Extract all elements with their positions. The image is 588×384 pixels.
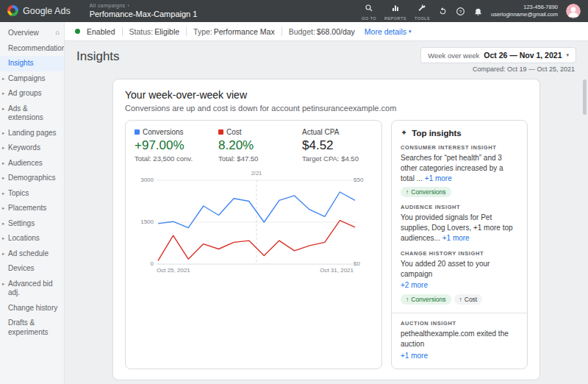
sidebar-item-label: Demographics xyxy=(8,174,61,183)
enabled-status[interactable]: Enabled xyxy=(87,27,115,36)
page-header: Insights Week over week Oct 26 — Nov 1, … xyxy=(65,41,588,74)
sidebar-item-demographics[interactable]: ▸Demographics xyxy=(0,171,64,186)
sidebar-item-ad-schedule[interactable]: ▸Ad schedule xyxy=(0,246,64,262)
arrow-up-icon: ↑ xyxy=(406,296,409,303)
type-value: Performance Max xyxy=(214,27,275,36)
account-info[interactable]: 123-456-7890 userloginname@gmail.com xyxy=(491,4,558,18)
budget-label: Budget: xyxy=(289,27,315,36)
y-axis-tick: 3000 xyxy=(136,177,154,183)
sidebar-item-advanced-bid-adj[interactable]: ▸Advanced bid adj. xyxy=(0,277,64,301)
chevron-right-icon: ▸ xyxy=(2,129,8,136)
sidebar-item-settings[interactable]: ▸Settings xyxy=(0,216,64,232)
metric-actual-cpa: Actual CPA$4.52Target CPA: $4.50 xyxy=(302,128,365,163)
sidebar-item-label: Locations xyxy=(8,234,61,243)
sidebar-item-label: Audiences xyxy=(8,159,61,168)
caret-spacer xyxy=(2,44,8,46)
reports-button[interactable]: REPORTS xyxy=(384,2,406,21)
campaign-status-bar: Enabled Status:Eligible Type:Performance… xyxy=(65,22,588,41)
insight-label: AUDIENCE INSIGHT xyxy=(401,204,518,210)
metric-chip-conversions[interactable]: ↑Conversions xyxy=(401,294,451,305)
sidebar-item-label: Devices xyxy=(8,264,61,274)
legend-swatch xyxy=(218,129,223,135)
metric-chip-cost[interactable]: ↑Cost xyxy=(454,294,483,305)
metric-header: Conversions xyxy=(135,128,198,136)
insight-text-body: pethealthexample.com exited the auction xyxy=(401,330,509,348)
sidebar-item-keywords[interactable]: ▸Keywords xyxy=(0,141,64,156)
goto-search-button[interactable]: GO TO xyxy=(362,2,376,21)
sidebar-item-drafts-experiments[interactable]: Drafts & experiments xyxy=(0,316,64,340)
date-range-selector[interactable]: Week over week Oct 26 — Nov 1, 2021 ▾ xyxy=(420,47,576,63)
help-button[interactable]: ? xyxy=(456,7,465,16)
metric-name: Cost xyxy=(226,128,242,136)
more-details-link[interactable]: More details ▾ xyxy=(365,27,412,36)
top-insights-title: Top insights xyxy=(412,129,462,138)
chevron-right-icon: ▸ xyxy=(2,159,8,166)
metric-value: +97.00% xyxy=(135,138,198,153)
sidebar-item-label: Ads & extensions xyxy=(8,104,61,123)
insight-chips: ↑Conversions xyxy=(401,187,518,197)
sidebar-item-placements[interactable]: ▸Placements xyxy=(0,201,64,216)
range-value: Oct 26 — Nov 1, 2021 xyxy=(484,51,562,60)
chart-divider-label: 2/21 xyxy=(157,170,356,177)
insight-section-change-history-insight: CHANGE HISTORY INSIGHTYou added 20 asset… xyxy=(401,250,518,305)
more-link[interactable]: +1 more xyxy=(401,351,518,361)
caret-down-icon: ▾ xyxy=(566,52,569,58)
date-range-area: Week over week Oct 26 — Nov 1, 2021 ▾ Co… xyxy=(420,47,576,73)
campaign-breadcrumb[interactable]: All campaigns › Perfomance-Max-Campaign … xyxy=(90,3,198,19)
tools-button[interactable]: TOOLS xyxy=(415,2,430,21)
sidebar-item-label: Topics xyxy=(8,189,61,199)
insight-label: AUCTION INSIGHT xyxy=(401,320,518,327)
sidebar-item-topics[interactable]: ▸Topics xyxy=(0,186,64,202)
refresh-button[interactable] xyxy=(438,7,448,16)
metrics-row: Conversions+97.00%Total: 23,500 conv.Cos… xyxy=(135,128,373,163)
sidebar-item-overview[interactable]: Overview⌂ xyxy=(0,26,64,41)
sidebar-item-campaigns[interactable]: ▸Campaigns xyxy=(0,71,64,87)
status-label: Status: xyxy=(129,27,154,36)
wrench-icon xyxy=(417,2,426,15)
scrollbar-thumb[interactable] xyxy=(583,79,587,115)
sidebar-item-change-history[interactable]: Change history xyxy=(0,301,64,316)
insight-text: Searches for “pet health” and 3 other ca… xyxy=(401,153,518,183)
sidebar-item-devices[interactable]: Devices xyxy=(0,261,64,277)
caret-spacer xyxy=(2,319,8,320)
sidebar-item-label: Campaigns xyxy=(8,74,61,84)
sidebar-item-label: Drafts & experiments xyxy=(8,319,61,337)
metric-conversions: Conversions+97.00%Total: 23,500 conv. xyxy=(135,128,198,163)
sidebar-item-ad-groups[interactable]: ▸Ad groups xyxy=(0,86,64,102)
sidebar-item-label: Ad groups xyxy=(8,89,61,99)
y-axis-tick: 1500 xyxy=(136,218,154,225)
sidebar-item-landing-pages[interactable]: ▸Landing pages xyxy=(0,126,64,141)
type-label: Type: xyxy=(193,27,212,36)
insight-text: You provided signals for Pet supplies, D… xyxy=(401,213,518,243)
svg-text:?: ? xyxy=(459,9,462,13)
type-field: Type:Performance Max xyxy=(193,27,275,36)
insight-section-consumer-interest-insight: CONSUMER INTEREST INSIGHTSearches for “p… xyxy=(401,144,518,197)
sidebar-item-audiences[interactable]: ▸Audiences xyxy=(0,156,64,171)
product-name: Google Ads xyxy=(23,6,71,16)
x-axis-label-start: Oct 25, 2021 xyxy=(157,267,190,274)
sidebar-item-ads-extensions[interactable]: ▸Ads & extensions xyxy=(0,102,64,126)
sidebar-item-insights[interactable]: Insights xyxy=(0,56,64,71)
metric-chip-conversions[interactable]: ↑Conversions xyxy=(401,187,451,197)
divider xyxy=(282,27,282,36)
chevron-right-icon: ▸ xyxy=(2,104,8,112)
reports-icon xyxy=(391,2,400,15)
topbar-right: GO TO REPORTS TOOLS ? 123-456-7890 userl… xyxy=(362,2,581,21)
top-insights-sections: CONSUMER INTEREST INSIGHTSearches for “p… xyxy=(401,144,518,361)
sidebar-item-locations[interactable]: ▸Locations xyxy=(0,231,64,246)
breadcrumb-all-campaigns[interactable]: All campaigns xyxy=(90,3,126,9)
app-shell: Overview⌂RecommendationsInsights▸Campaig… xyxy=(0,22,588,384)
insight-chips: ↑Conversions↑Cost xyxy=(401,294,518,305)
more-link[interactable]: +1 more xyxy=(442,234,470,242)
avatar[interactable] xyxy=(566,4,581,18)
arrow-up-icon: ↑ xyxy=(406,188,409,196)
sidebar-item-recommendations[interactable]: Recommendations xyxy=(0,41,64,57)
metric-cost: Cost8.20%Total: $47.50 xyxy=(218,128,282,163)
caret-spacer xyxy=(2,29,8,30)
more-link[interactable]: +2 more xyxy=(401,280,518,291)
chip-label: Conversions xyxy=(411,296,445,303)
caret-spacer xyxy=(2,264,8,266)
y-axis-tick: 0 xyxy=(136,260,154,267)
more-link[interactable]: +1 more xyxy=(425,174,452,182)
notifications-bell-button[interactable] xyxy=(473,7,483,16)
